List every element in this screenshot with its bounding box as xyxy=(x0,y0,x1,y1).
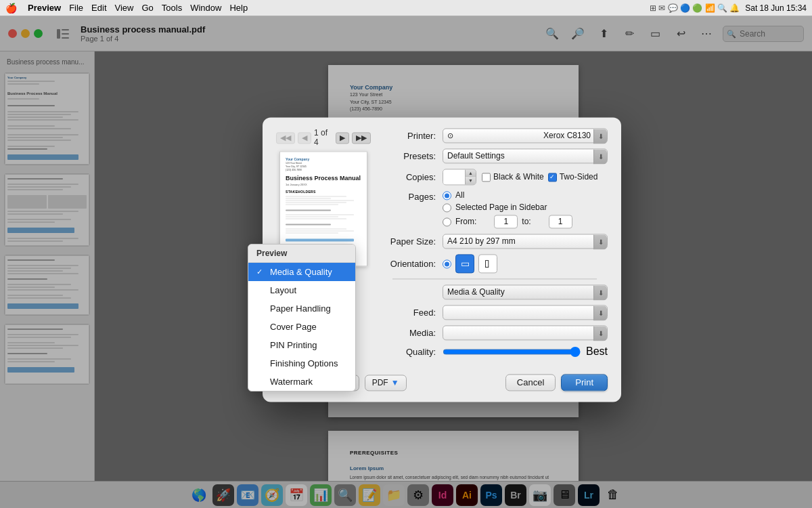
menu-edit[interactable]: Edit xyxy=(91,3,106,13)
dropdown-item-label-finishing-options: Finishing Options xyxy=(270,358,338,368)
section-dropdown-trigger[interactable]: Media & Quality ⬇ xyxy=(443,284,608,299)
copies-input[interactable]: 1 xyxy=(443,169,465,184)
nav-first-button[interactable]: ◀◀ xyxy=(276,132,295,144)
pdf-button[interactable]: PDF ▼ xyxy=(365,375,407,391)
menu-file[interactable]: File xyxy=(69,3,83,13)
twosided-label: Two-Sided xyxy=(560,172,598,182)
dialog-nav: ◀◀ ◀ 1 of 4 ▶ ▶▶ xyxy=(276,128,371,147)
feed-label: Feed: xyxy=(382,308,436,318)
to-input[interactable] xyxy=(549,215,572,228)
orientation-label: Orientation: xyxy=(382,259,436,269)
menu-view[interactable]: View xyxy=(115,3,134,13)
radio-from-item: From: to: xyxy=(443,215,572,228)
radio-all[interactable] xyxy=(443,191,451,200)
paper-size-row: Paper Size: A4 210 by 297 mm ⬇ xyxy=(382,234,608,249)
radio-all-item: All xyxy=(443,190,572,200)
from-label: From: xyxy=(455,217,476,226)
media-select[interactable]: ⬇ xyxy=(443,325,608,340)
menu-bar-icons: ⊞ ✉ 💬 🔵 🟢 📶 🔍 🔔 xyxy=(650,3,740,13)
presets-value: Default Settings xyxy=(447,151,505,161)
printer-row: Printer: ⊙ Xerox C8130 ⬇ xyxy=(382,128,608,143)
radio-from[interactable] xyxy=(443,217,451,226)
nav-last-button[interactable]: ▶▶ xyxy=(352,132,371,144)
dropdown-item-label-cover-page: Cover Page xyxy=(270,322,317,332)
printer-select[interactable]: ⊙ Xerox C8130 ⬇ xyxy=(443,128,608,143)
dropdown-item-watermark[interactable]: Watermark xyxy=(248,373,355,391)
from-input[interactable] xyxy=(494,215,518,228)
dthumb-section: STAKEHOLDERS xyxy=(286,190,361,194)
print-button[interactable]: Print xyxy=(561,374,608,391)
to-label: to: xyxy=(522,217,531,226)
nav-next-button[interactable]: ▶ xyxy=(336,132,349,144)
copies-row: Copies: 1 ▲ ▼ Black & White xyxy=(382,169,608,185)
quality-label: Quality: xyxy=(382,347,436,357)
dropdown-item-label-watermark: Watermark xyxy=(270,377,313,387)
dropdown-item-cover-page[interactable]: Cover Page xyxy=(248,318,355,336)
paper-dropdown-arrow: ⬇ xyxy=(593,234,607,249)
dropdown-item-label-paper-handling: Paper Handling xyxy=(270,303,331,314)
pages-label: Pages: xyxy=(382,190,436,202)
portrait-button[interactable]: ▭ xyxy=(455,254,474,273)
quality-controls: Best xyxy=(443,345,608,358)
copies-stepper[interactable]: 1 ▲ ▼ xyxy=(443,169,476,185)
dropdown-item-label-layout: Layout xyxy=(270,285,296,295)
dropdown-item-paper-handling[interactable]: Paper Handling xyxy=(248,299,355,318)
paper-size-label: Paper Size: xyxy=(382,236,436,247)
twosided-checkbox[interactable] xyxy=(548,173,557,182)
feed-select[interactable]: ⬇ xyxy=(443,305,608,320)
menu-go[interactable]: Go xyxy=(141,3,153,13)
stepper-buttons: ▲ ▼ xyxy=(465,169,476,184)
section-dropdown-arrow: ⬇ xyxy=(593,285,607,300)
quality-slider[interactable] xyxy=(443,346,581,357)
dthumb-company: Your Company xyxy=(286,157,361,161)
presets-dropdown-arrow: ⬇ xyxy=(593,149,607,164)
dropdown-item-media-quality[interactable]: ✓ Media & Quality xyxy=(248,263,355,281)
bw-checkbox[interactable] xyxy=(482,173,491,182)
menu-help[interactable]: Help xyxy=(229,3,248,13)
radio-orient-portrait[interactable] xyxy=(443,259,451,268)
presets-row: Presets: Default Settings ⬇ xyxy=(382,148,608,163)
radio-selected[interactable] xyxy=(443,203,451,212)
stepper-up-button[interactable]: ▲ xyxy=(465,169,476,177)
dthumb-addr: 123 Your StreetYour City, ST 12345(123) … xyxy=(286,162,361,172)
orientation-controls: ▭ ▭ xyxy=(443,254,507,273)
twosided-checkbox-item: Two-Sided xyxy=(548,172,598,182)
nav-prev-button[interactable]: ◀ xyxy=(298,132,311,144)
dropdown-item-layout[interactable]: Layout xyxy=(248,281,355,299)
section-select-row: Media & Quality ⬇ xyxy=(382,284,608,299)
menu-tools[interactable]: Tools xyxy=(162,3,182,13)
dropdown-header: Preview xyxy=(248,245,355,263)
radio-all-label: All xyxy=(455,190,464,200)
presets-select[interactable]: Default Settings ⬇ xyxy=(443,148,608,163)
media-row: Media: ⬇ xyxy=(382,325,608,340)
dropdown-item-pin-printing[interactable]: PIN Printing xyxy=(248,336,355,354)
radio-selected-item: Selected Page in Sidebar xyxy=(443,203,572,212)
menu-window[interactable]: Window xyxy=(190,3,221,13)
stepper-down-button[interactable]: ▼ xyxy=(465,177,476,184)
app-name[interactable]: Preview xyxy=(28,3,61,13)
apple-icon[interactable]: 🍎 xyxy=(5,3,17,14)
section-dropdown-value: Media & Quality xyxy=(447,287,505,297)
dialog-form: Printer: ⊙ Xerox C8130 ⬇ Presets: Defaul… xyxy=(382,128,608,363)
pages-row: Pages: All Selected Page in Sidebar From… xyxy=(382,190,608,228)
pages-radio-group: All Selected Page in Sidebar From: to: xyxy=(443,190,572,228)
pdf-label: PDF xyxy=(372,378,388,387)
orientation-row: Orientation: ▭ ▭ xyxy=(382,254,608,273)
dthumb-title: Business Process Manual xyxy=(286,175,361,182)
menu-bar-right: ⊞ ✉ 💬 🔵 🟢 📶 🔍 🔔 Sat 18 Jun 15:34 xyxy=(650,3,807,13)
page-counter: 1 of 4 xyxy=(314,128,333,147)
cancel-button[interactable]: Cancel xyxy=(505,374,556,391)
media-label: Media: xyxy=(382,328,436,338)
section-dropdown-menu: Preview ✓ Media & Quality Layout Paper H… xyxy=(248,244,356,391)
feed-row: Feed: ⬇ xyxy=(382,305,608,320)
system-time: Sat 18 Jun 15:34 xyxy=(745,3,807,13)
from-to-controls: From: to: xyxy=(455,215,572,228)
dropdown-item-label-pin-printing: PIN Printing xyxy=(270,340,317,350)
bw-label: Black & White xyxy=(493,172,544,182)
landscape-button[interactable]: ▭ xyxy=(478,254,497,273)
dialog-separator xyxy=(392,278,597,279)
dropdown-item-finishing-options[interactable]: Finishing Options xyxy=(248,354,355,373)
feed-dropdown-arrow: ⬇ xyxy=(593,305,607,320)
menu-bar: 🍎 Preview File Edit View Go Tools Window… xyxy=(0,0,812,16)
paper-size-select[interactable]: A4 210 by 297 mm ⬇ xyxy=(443,234,608,249)
